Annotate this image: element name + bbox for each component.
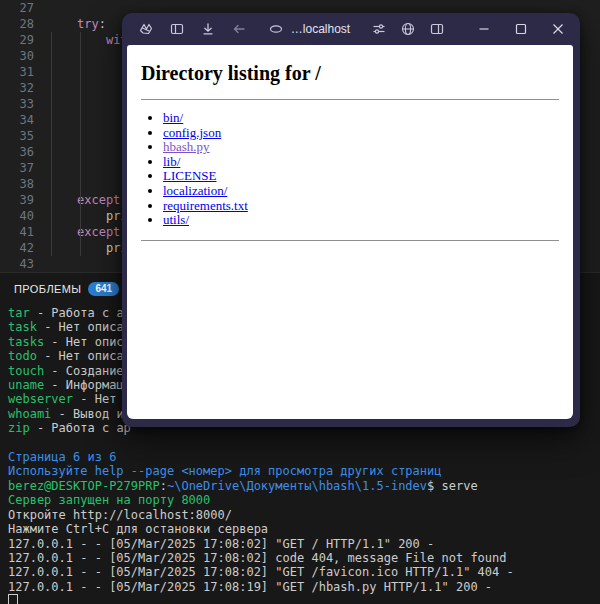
line-number: 42 <box>0 240 34 256</box>
list-item: hbash.py <box>163 140 559 155</box>
browser-titlebar: …localhost <box>122 13 580 45</box>
line-number: 31 <box>0 64 34 80</box>
titlebar-address[interactable]: …localhost <box>268 21 350 37</box>
line-number: 41 <box>0 224 34 240</box>
code-text: pri <box>48 208 128 224</box>
terminal-cursor <box>8 594 18 604</box>
window-title: …localhost <box>291 22 350 36</box>
indent-guide <box>51 32 52 256</box>
problems-label: ПРОБЛЕМЫ <box>14 283 81 295</box>
desktop: 2728try:29wit30313233343536373839except4… <box>0 0 600 604</box>
tune-icon[interactable] <box>371 21 387 37</box>
list-item: bin/ <box>163 111 559 126</box>
dir-link-hbash.py[interactable]: hbash.py <box>163 139 210 154</box>
line-number: 36 <box>0 144 34 160</box>
browser-window: …localhost <box>122 13 580 427</box>
sidebar-toggle-icon[interactable] <box>169 21 185 37</box>
dir-link-config.json[interactable]: config.json <box>163 125 221 140</box>
browser-logo-icon[interactable] <box>138 21 154 37</box>
minimize-icon[interactable] <box>476 21 492 37</box>
list-item: localization/ <box>163 184 559 199</box>
code-text: wit <box>48 32 128 48</box>
dir-link-utils[interactable]: utils/ <box>163 212 189 227</box>
code-text: pri <box>48 240 128 256</box>
line-number: 39 <box>0 192 34 208</box>
dir-link-requirements.txt[interactable]: requirements.txt <box>163 198 248 213</box>
line-number: 43 <box>0 256 34 272</box>
terminal-line: 127.0.0.1 - - [05/Mar/2025 17:08:02] "GE… <box>8 565 600 579</box>
indent-guide <box>80 32 81 256</box>
terminal-line: Сервер запущен на порту 8000 <box>8 493 600 507</box>
list-item: requirements.txt <box>163 199 559 214</box>
page-heading: Directory listing for / <box>141 62 559 85</box>
line-number: 40 <box>0 208 34 224</box>
browser-content: Directory listing for / bin/config.jsonh… <box>127 45 573 419</box>
list-item: LICENSE <box>163 169 559 184</box>
problems-count-badge: 641 <box>88 282 119 296</box>
code-text: try: <box>48 16 106 32</box>
list-item: lib/ <box>163 155 559 170</box>
line-number: 30 <box>0 48 34 64</box>
tab-problems[interactable]: ПРОБЛЕМЫ 641 <box>14 282 119 296</box>
dir-link-license[interactable]: LICENSE <box>163 168 216 183</box>
line-number: 28 <box>0 16 34 32</box>
line-number: 34 <box>0 112 34 128</box>
terminal-line: Используйте help --page <номер> для прос… <box>8 464 600 478</box>
dir-link-lib[interactable]: lib/ <box>163 154 180 169</box>
divider-bottom <box>141 240 559 241</box>
back-icon[interactable] <box>231 21 247 37</box>
terminal-line: berez@DESKTOP-P279PRP:~\OneDrive\Докумен… <box>8 479 600 493</box>
line-number: 29 <box>0 32 34 48</box>
titlebar-left-group <box>138 21 247 37</box>
terminal-line: Откройте http://localhost:8000/ <box>8 508 600 522</box>
terminal-line: 127.0.0.1 - - [05/Mar/2025 17:08:02] "GE… <box>8 537 600 551</box>
line-number: 33 <box>0 96 34 112</box>
terminal-line <box>8 436 600 450</box>
terminal-line: 127.0.0.1 - - [05/Mar/2025 17:08:19] "GE… <box>8 580 600 594</box>
code-text: except <box>48 192 120 208</box>
line-number: 27 <box>0 0 34 16</box>
window-controls <box>476 21 566 37</box>
link-icon <box>268 21 284 37</box>
dir-link-localization[interactable]: localization/ <box>163 183 227 198</box>
downloads-icon[interactable] <box>200 21 216 37</box>
close-icon[interactable] <box>550 21 566 37</box>
code-text: except <box>48 224 120 240</box>
terminal-line <box>8 594 600 604</box>
globe-icon[interactable] <box>400 21 416 37</box>
line-number: 37 <box>0 160 34 176</box>
panel-toggle-icon[interactable] <box>429 21 445 37</box>
list-item: utils/ <box>163 213 559 228</box>
list-item: config.json <box>163 126 559 141</box>
terminal-line: 127.0.0.1 - - [05/Mar/2025 17:08:02] cod… <box>8 551 600 565</box>
divider-top <box>141 99 559 100</box>
line-number: 38 <box>0 176 34 192</box>
directory-list: bin/config.jsonhbash.pylib/LICENSElocali… <box>141 111 559 228</box>
maximize-icon[interactable] <box>513 21 529 37</box>
titlebar-right-group <box>371 21 566 37</box>
dir-link-bin[interactable]: bin/ <box>163 110 183 125</box>
line-number: 35 <box>0 128 34 144</box>
terminal-line: Нажмите Ctrl+C для остановки сервера <box>8 522 600 536</box>
line-number: 32 <box>0 80 34 96</box>
terminal-line: Страница 6 из 6 <box>8 450 600 464</box>
